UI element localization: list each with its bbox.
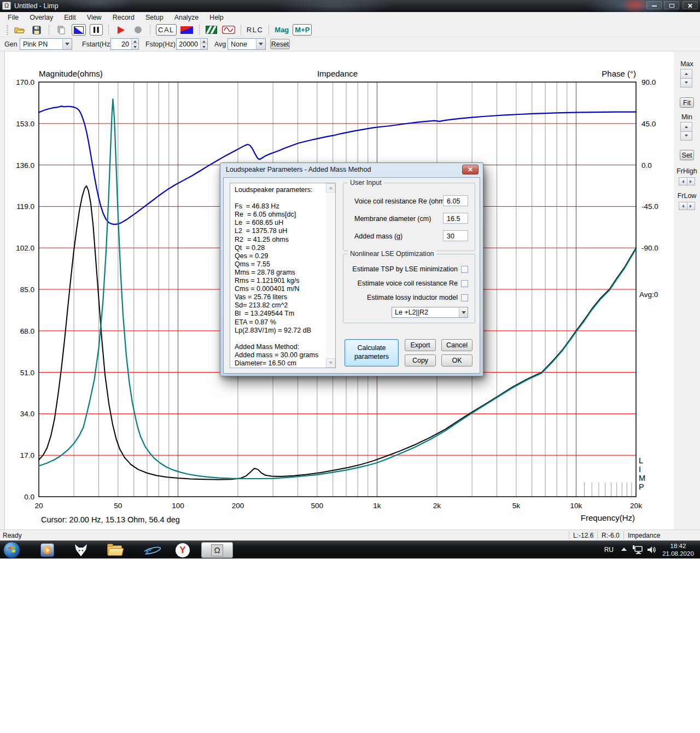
language-indicator[interactable]: RU: [604, 546, 614, 554]
open-folder-icon: [14, 26, 25, 34]
frhigh-left-button[interactable]: [679, 177, 687, 185]
mag-phase-view-button[interactable]: M+P: [293, 24, 312, 36]
system-tray: RU 18:42 21.08.2020: [558, 541, 700, 559]
set-button[interactable]: Set: [680, 150, 694, 160]
user-input-field[interactable]: 30: [443, 230, 468, 241]
dropdown-button[interactable]: [256, 39, 265, 49]
signal-generator-button[interactable]: [222, 24, 235, 36]
start-button[interactable]: [3, 542, 20, 559]
checkbox-unchecked[interactable]: [461, 294, 468, 301]
left-axis-title: Magnitude(ohms): [39, 69, 103, 78]
frhigh-spinner[interactable]: [679, 177, 695, 185]
taskbar: e Y Ω RU 18:42 21.08.2020: [0, 540, 700, 559]
calibrate-button[interactable]: CAL: [156, 24, 177, 36]
averaging-select[interactable]: None: [228, 38, 266, 50]
listbox-scrollbar[interactable]: [326, 183, 335, 368]
parameter-line: R2 = 41.25 ohms: [235, 236, 326, 244]
fstop-input[interactable]: 20000: [176, 38, 208, 50]
phase-tick-label: 0.0: [641, 161, 652, 170]
dialog-close-button[interactable]: ✕: [462, 165, 479, 174]
spectrum-mode-button[interactable]: [180, 24, 194, 36]
taskbar-item-explorer[interactable]: [104, 543, 126, 557]
save-file-button[interactable]: [30, 24, 43, 36]
checkbox-unchecked[interactable]: [461, 266, 468, 273]
network-icon[interactable]: [632, 545, 643, 554]
copy-button[interactable]: [55, 24, 68, 36]
mag-tick-label: 153.0: [16, 120, 34, 128]
user-input-field[interactable]: 6.05: [443, 195, 468, 206]
fit-button[interactable]: Fit: [680, 97, 694, 108]
open-file-button[interactable]: [13, 24, 26, 36]
dropdown-button[interactable]: [459, 307, 468, 317]
show-hidden-icons-button[interactable]: [621, 548, 627, 551]
min-down-button[interactable]: [680, 131, 692, 141]
export-button[interactable]: Export: [405, 339, 436, 351]
checkbox-unchecked[interactable]: [461, 280, 468, 287]
tray-date: 21.08.2020: [660, 550, 697, 557]
menu-item-help[interactable]: Help: [204, 13, 229, 22]
generator-select[interactable]: Pink PN: [20, 38, 72, 50]
fstart-input[interactable]: 20: [110, 38, 139, 50]
pause-toggle[interactable]: [90, 24, 103, 36]
max-spinner[interactable]: [680, 69, 692, 88]
maximize-button[interactable]: [664, 1, 679, 9]
cancel-button[interactable]: Cancel: [441, 339, 472, 351]
chart-mode-toggle[interactable]: [72, 24, 86, 36]
taskbar-item-internet-explorer[interactable]: e: [138, 543, 160, 557]
menu-item-edit[interactable]: Edit: [59, 13, 81, 22]
scroll-up-button[interactable]: [326, 183, 335, 193]
speaker-icon[interactable]: [646, 545, 657, 554]
user-input-row: Membrane diameter (cm)16.5: [343, 213, 475, 225]
min-spinner[interactable]: [680, 122, 692, 141]
menu-item-analyze[interactable]: Analyze: [169, 13, 204, 22]
parameter-line: Re = 6.05 ohms[dc]: [235, 211, 326, 219]
parameters-listbox[interactable]: Loudspeaker parameters: Fs = 46.83 HzRe …: [230, 183, 336, 368]
lse-check-row: Estimate lossy inductor model: [367, 294, 468, 301]
scroll-down-button[interactable]: [326, 358, 335, 368]
rlc-mode-button[interactable]: RLC: [247, 24, 264, 36]
taskbar-item-yandex[interactable]: Y: [172, 543, 194, 557]
taskbar-item-foobar[interactable]: [70, 543, 92, 557]
menu-item-view[interactable]: View: [81, 13, 107, 22]
menu-item-overlay[interactable]: Overlay: [24, 13, 59, 22]
frlow-spinner[interactable]: [679, 202, 695, 210]
inductor-model-value: Le +L2||R2: [392, 309, 459, 316]
toolbar-separator: [199, 25, 200, 35]
taskbar-item-limp-active[interactable]: Ω: [201, 542, 233, 558]
titlebar-glass-highlight: [273, 0, 394, 12]
dropdown-button[interactable]: [62, 39, 72, 49]
ok-button[interactable]: OK: [441, 354, 472, 366]
max-down-button[interactable]: [680, 78, 692, 88]
menu-item-setup[interactable]: Setup: [140, 13, 169, 22]
fstop-spinner[interactable]: [200, 39, 207, 49]
user-input-legend: User Input: [348, 179, 384, 187]
limp-watermark: I: [639, 465, 641, 474]
copy-button[interactable]: Copy: [405, 354, 436, 366]
overlay-mode-button[interactable]: [205, 24, 218, 36]
menu-item-record[interactable]: Record: [107, 13, 140, 22]
close-button[interactable]: [682, 1, 698, 9]
inductor-model-select[interactable]: Le +L2||R2: [392, 307, 468, 318]
record-play-button[interactable]: [114, 24, 127, 36]
overlay-icon: [206, 26, 217, 34]
chart-mode-icon: [74, 26, 84, 34]
frlow-left-button[interactable]: [679, 202, 687, 210]
min-up-button[interactable]: [680, 122, 692, 131]
parameter-line: Sd= 213.82 cm^2: [235, 301, 326, 310]
user-input-field[interactable]: 16.5: [443, 213, 468, 224]
reset-button[interactable]: Reset: [270, 39, 290, 49]
magnitude-view-button[interactable]: Mag: [275, 24, 289, 36]
clock[interactable]: 18:42 21.08.2020: [660, 542, 697, 557]
stop-button[interactable]: [131, 24, 144, 36]
frlow-right-button[interactable]: [687, 202, 696, 210]
menu-item-file[interactable]: File: [2, 13, 24, 22]
lse-check-label: Estimate lossy inductor model: [367, 294, 458, 301]
taskbar-item-media-player[interactable]: [36, 543, 58, 557]
minimize-button[interactable]: [646, 1, 662, 9]
max-up-button[interactable]: [680, 69, 692, 78]
phase-tick-label: 90.0: [641, 78, 656, 86]
calculate-parameters-button[interactable]: Calculate parameters: [345, 339, 399, 366]
mag-tick-label: 0.0: [24, 493, 34, 501]
frhigh-right-button[interactable]: [687, 177, 696, 185]
fstart-spinner[interactable]: [131, 39, 138, 49]
